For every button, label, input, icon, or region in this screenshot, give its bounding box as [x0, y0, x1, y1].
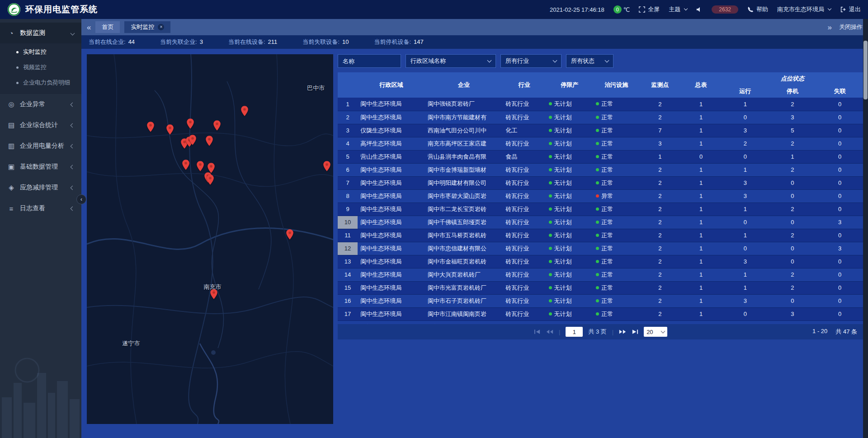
table-row[interactable]: 15阆中生态环境局阆中市光富页岩机砖厂砖瓦行业无计划正常21120	[338, 281, 863, 294]
map-pin[interactable]	[166, 124, 174, 135]
table-row[interactable]: 1阆中生态环境局阆中强锐页岩砖厂砖瓦行业无计划正常21120	[338, 98, 863, 111]
cell-region: 阆中生态环境局	[358, 255, 425, 268]
sidebar-item-video-monitor[interactable]: 视频监控	[0, 60, 81, 75]
table-row[interactable]: 4高坪生态环境局南充市高坪区王家店建砖瓦行业无计划正常31220	[338, 137, 863, 150]
status-ok-dot-icon	[549, 299, 552, 302]
status-filter-select[interactable]: 所有状态	[566, 54, 613, 68]
map-pin[interactable]	[323, 161, 331, 171]
cell-region: 营山生态环境局	[358, 150, 425, 163]
cell-points: 2	[640, 268, 681, 281]
cell-region: 阆中生态环境局	[358, 189, 425, 203]
cell-meter: 1	[680, 294, 722, 307]
map-pin[interactable]	[286, 229, 294, 240]
cell-industry: 砖瓦行业	[503, 268, 546, 281]
sidebar-collapse-button[interactable]: ‹	[76, 194, 86, 204]
cell-stopped: 5	[769, 124, 816, 137]
table-row[interactable]: 6阆中生态环境局阆中市金博瑞新型墙材砖瓦行业无计划正常21120	[338, 163, 863, 176]
sidebar-item-enterprise-abnormal[interactable]: ◎ 企业异常	[0, 94, 81, 115]
help-button[interactable]: 帮助	[747, 5, 768, 14]
chevron-down-icon	[605, 58, 609, 62]
skyline-watermark	[0, 343, 81, 438]
cell-lost: 0	[816, 203, 863, 216]
bullet-icon	[16, 66, 19, 69]
cell-lost: 3	[816, 242, 863, 255]
fullscreen-button[interactable]: 全屏	[639, 5, 660, 14]
map-pin[interactable]	[205, 136, 213, 146]
sidebar-item-data-monitoring[interactable]: ◔ 数据监测	[0, 23, 81, 43]
sidebar-item-power-load-detail[interactable]: 企业电力负荷明细	[0, 75, 81, 90]
table-row[interactable]: 14阆中生态环境局阆中大兴页岩机砖厂砖瓦行业无计划正常21120	[338, 268, 863, 281]
tab-home[interactable]: 首页	[95, 21, 120, 33]
map-pin[interactable]	[182, 160, 190, 170]
industry-filter-select[interactable]: 所有行业	[500, 54, 561, 68]
cell-meter: 1	[680, 255, 722, 268]
table-row[interactable]: 5营山生态环境局营山县润丰肉食品有限食品无计划正常10010	[338, 150, 863, 163]
table-row[interactable]: 2阆中生态环境局阆中市南方节能建材有砖瓦行业无计划正常21030	[338, 111, 863, 124]
notification-count-badge[interactable]: 2632	[712, 5, 738, 14]
table-row[interactable]: 18南部生态环境局南部县页岩机砖厂有限砖瓦行业无计划正常21030	[338, 320, 863, 324]
table-row[interactable]: 3仪陇生态环境局西南油气田分公司川中化工无计划正常71350	[338, 124, 863, 137]
scrollbar-thumb[interactable]	[863, 41, 868, 99]
prev-page-button[interactable]	[546, 329, 553, 334]
map-pin[interactable]	[241, 106, 248, 116]
logout-button[interactable]: 退出	[840, 5, 861, 14]
sidebar-item-realtime-monitor[interactable]: 实时监控	[0, 44, 81, 60]
map-pin[interactable]	[186, 118, 194, 129]
page-scrollbar[interactable]	[863, 19, 868, 438]
cell-industry: 砖瓦行业	[503, 98, 546, 111]
table-row[interactable]: 12阆中生态环境局阆中市忠信建材有限公砖瓦行业无计划正常21003	[338, 242, 863, 255]
map-pin[interactable]	[147, 122, 155, 132]
map-pin[interactable]	[213, 120, 221, 131]
status-ok-dot-icon	[596, 247, 599, 250]
stat-online-devices: 当前在线设备:211	[228, 38, 277, 46]
table-row[interactable]: 17阆中生态环境局阆中市江南镇阆南页岩砖瓦行业无计划正常21030	[338, 307, 863, 320]
page-size-select[interactable]: 20	[644, 327, 667, 337]
theme-dropdown[interactable]: 主题	[669, 5, 687, 14]
sidebar-item-emergency-reduction[interactable]: ◈ 应急减排管理	[0, 177, 81, 198]
cell-num: 1	[338, 98, 358, 111]
last-page-button[interactable]	[632, 329, 638, 334]
close-operations-button[interactable]: 关闭操作	[839, 23, 863, 31]
cell-points: 2	[640, 111, 681, 124]
chevron-left-icon	[71, 102, 75, 107]
map-pin[interactable]	[189, 135, 196, 145]
table-row[interactable]: 7阆中生态环境局阆中明阳建材有限公司砖瓦行业无计划正常21300	[338, 176, 863, 189]
table-row[interactable]: 9阆中生态环境局阆中市二龙长宝页岩砖砖瓦行业无计划正常21120	[338, 203, 863, 216]
cell-stopped: 0	[769, 242, 816, 255]
cell-industry: 砖瓦行业	[503, 163, 546, 176]
next-page-button[interactable]	[619, 329, 626, 334]
table-row[interactable]: 8阆中生态环境局阆中市枣碧大梁山页岩砖瓦行业无计划异常21300	[338, 189, 863, 203]
mute-button[interactable]	[696, 6, 703, 13]
map-pin[interactable]	[197, 161, 204, 171]
table-row[interactable]: 11阆中生态环境局阆中市五马桥页岩机砖砖瓦行业无计划正常21120	[338, 229, 863, 242]
tab-close-icon[interactable]: ×	[158, 24, 164, 30]
col-header-facility: 治污设施	[593, 72, 639, 98]
cell-meter: 0	[680, 150, 722, 163]
app-title: 环保用电监管系统	[25, 4, 98, 15]
tab-realtime-monitor[interactable]: 实时监控 ×	[124, 21, 170, 33]
page-number-input[interactable]	[566, 327, 583, 337]
sidebar-item-log-view[interactable]: ≡ 日志查看	[0, 198, 81, 219]
org-dropdown[interactable]: 南充市生态环境局	[777, 5, 831, 14]
region-filter-select[interactable]: 行政区域名称	[406, 54, 496, 68]
sidebar-item-base-data[interactable]: ▣ 基础数据管理	[0, 156, 81, 177]
table-row[interactable]: 13阆中生态环境局阆中市金福旺页岩机砖砖瓦行业无计划正常21300	[338, 255, 863, 268]
tabs-scroll-right-button[interactable]: »	[828, 24, 832, 31]
table-row[interactable]: 10阆中生态环境局阆中千佛镇五郎垭页岩砖瓦行业无计划正常21003	[338, 216, 863, 229]
name-filter-input[interactable]	[338, 54, 401, 68]
status-alarm-dot-icon	[596, 194, 599, 198]
cell-region: 仪陇生态环境局	[358, 124, 425, 137]
first-page-button[interactable]	[534, 329, 541, 334]
map[interactable]: 巴中市南充市遂宁市	[87, 54, 333, 424]
sidebar-item-power-analysis[interactable]: ▥ 企业用电量分析	[0, 136, 81, 156]
sidebar-item-enterprise-stats[interactable]: ▤ 企业综合统计	[0, 115, 81, 136]
cell-region: 阆中生态环境局	[358, 281, 425, 294]
cell-company: 阆中市金博瑞新型墙材	[425, 163, 503, 176]
cell-meter: 1	[680, 203, 722, 216]
map-pin[interactable]	[207, 174, 214, 185]
tabs-scroll-left-button[interactable]: «	[87, 24, 91, 31]
sidebar-item-label: 企业综合统计	[20, 121, 58, 129]
sidebar-submenu: 实时监控 视频监控 企业电力负荷明细	[0, 43, 81, 94]
table-row[interactable]: 16阆中生态环境局阆中市石子页岩机砖厂砖瓦行业无计划正常21300	[338, 294, 863, 307]
cell-running: 0	[722, 111, 769, 124]
